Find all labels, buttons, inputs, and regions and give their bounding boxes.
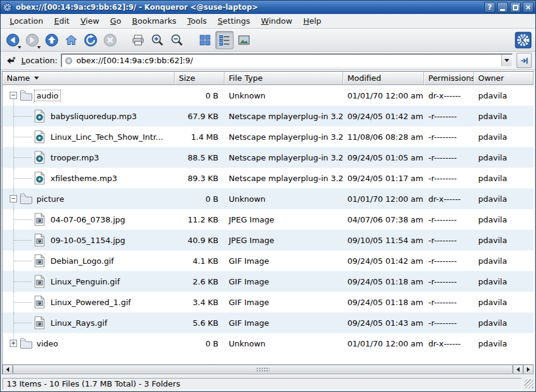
name-cell: +video: [2, 333, 175, 354]
tree-view-button[interactable]: [215, 31, 234, 49]
file-name[interactable]: Linux_Powered_1.gif: [49, 297, 133, 308]
clear-location-button[interactable]: [4, 54, 18, 67]
filetype-cell: GIF Image: [224, 250, 343, 271]
collapse-toggle[interactable]: −: [10, 195, 17, 202]
tree-branch-line: [13, 137, 32, 137]
reload-button[interactable]: [82, 31, 100, 49]
expand-toggle[interactable]: +: [10, 340, 17, 347]
menu-window[interactable]: Window: [256, 15, 298, 27]
minimize-button[interactable]: [497, 2, 508, 13]
file-name[interactable]: xfilestheme.mp3: [49, 173, 119, 184]
close-button[interactable]: ×: [523, 2, 534, 13]
scroll-right-button[interactable]: [523, 365, 534, 374]
collapse-toggle[interactable]: −: [10, 92, 17, 99]
file-row[interactable]: xfilestheme.mp389.3 KBNetscape mplayerpl…: [2, 168, 534, 188]
column-header-permissions[interactable]: Permissions: [424, 72, 474, 84]
file-name[interactable]: 04-07-06_0738.jpg: [49, 215, 127, 225]
menu-settings[interactable]: Settings: [212, 15, 256, 27]
file-name[interactable]: 09-10-05_1154.jpg: [49, 235, 127, 246]
scroll-left-button-2[interactable]: [513, 365, 523, 374]
column-header-name[interactable]: Name: [2, 72, 175, 84]
column-header-label: Owner: [478, 74, 504, 83]
scrollbar-thumb[interactable]: [13, 365, 513, 374]
size-cell: 40.9 KB: [175, 230, 224, 250]
column-header-label: Modified: [347, 74, 381, 83]
owner-cell: pdavila: [474, 230, 534, 250]
menu-view[interactable]: View: [75, 15, 105, 27]
help-button[interactable]: ?: [484, 2, 495, 13]
column-header-size[interactable]: Size: [175, 72, 224, 84]
home-button[interactable]: [62, 31, 80, 49]
menu-location[interactable]: Location: [4, 15, 49, 27]
zoom-in-button[interactable]: [148, 31, 167, 49]
owner-cell: pdavila: [474, 292, 534, 312]
filetype-cell: Netscape mplayerplug-in 3.25: [224, 106, 343, 126]
file-name[interactable]: audio: [35, 91, 60, 101]
size-cell: 0 B: [175, 333, 224, 354]
column-header-file-type[interactable]: File Type: [224, 72, 343, 84]
arrow-left-icon: [517, 367, 520, 372]
file-name[interactable]: picture: [35, 194, 66, 204]
file-row[interactable]: Linux_Linc_Tech_Show_Intr...1.4 MBNetsca…: [2, 126, 534, 147]
owner-cell: pdavila: [474, 188, 534, 209]
file-row[interactable]: 09-10-05_1154.jpg40.9 KBJPEG Image09/10/…: [2, 230, 534, 250]
folder-icon: [19, 88, 33, 103]
image-view-button[interactable]: [235, 31, 253, 49]
back-button[interactable]: [4, 31, 22, 49]
up-button[interactable]: [43, 31, 61, 49]
size-cell: 11.2 KB: [175, 209, 224, 230]
file-row[interactable]: −picture0 BUnknown01/01/70 12:00 amdr-x-…: [2, 188, 534, 209]
konqueror-logo-button[interactable]: [514, 31, 532, 49]
file-row[interactable]: Debian_Logo.gif4.1 KBGIF Image09/24/05 0…: [2, 250, 534, 271]
file-name[interactable]: video: [35, 339, 60, 349]
go-button[interactable]: [517, 53, 532, 68]
horizontal-scrollbar[interactable]: [2, 364, 534, 374]
size-cell: 89.3 KB: [175, 168, 224, 188]
print-button[interactable]: [129, 31, 147, 49]
file-name[interactable]: Debian_Logo.gif: [49, 256, 116, 266]
menu-bookmarks[interactable]: Bookmarks: [127, 15, 182, 27]
maximize-icon: [513, 5, 518, 10]
maximize-button[interactable]: [510, 2, 521, 13]
column-header-modified[interactable]: Modified: [343, 72, 424, 84]
file-row[interactable]: Linux_Penguin.gif2.6 KBGIF Image09/24/05…: [2, 271, 534, 292]
forward-button[interactable]: [23, 31, 41, 49]
file-name[interactable]: Linux_Penguin.gif: [49, 277, 122, 287]
titlebar[interactable]: obex://[00:14:9a:c9:bb:62]:9/ - Konquero…: [1, 1, 535, 14]
column-header-owner[interactable]: Owner: [474, 72, 534, 84]
column-header-label: Size: [179, 74, 195, 83]
arrow-up-icon: [44, 33, 59, 47]
resize-grip[interactable]: [524, 379, 534, 388]
owner-cell: pdavila: [474, 85, 534, 106]
scrollbar-track[interactable]: [13, 365, 513, 374]
file-row[interactable]: trooper.mp388.5 KBNetscape mplayerplug-i…: [2, 147, 534, 168]
file-row[interactable]: Linux_Powered_1.gif3.4 KBGIF Image09/24/…: [2, 292, 534, 312]
modified-cell: 09/24/05 01:42 am: [343, 106, 424, 126]
permissions-cell: -r--------: [424, 106, 474, 126]
file-name[interactable]: babysliquoredup.mp3: [49, 111, 139, 122]
menu-tools[interactable]: Tools: [182, 15, 212, 27]
stop-button[interactable]: [101, 31, 119, 49]
modified-cell: 04/07/06 07:38 am: [343, 209, 424, 230]
file-name[interactable]: Linux_Linc_Tech_Show_Intr...: [49, 132, 165, 142]
location-combobox[interactable]: obex://[00:14:9a:c9:bb:62]:9/: [61, 53, 513, 67]
file-row[interactable]: +video0 BUnknown01/01/70 12:00 amdr-x---…: [2, 333, 534, 354]
icon-view-button[interactable]: [196, 31, 214, 49]
file-row[interactable]: 04-07-06_0738.jpg11.2 KBJPEG Image04/07/…: [2, 209, 534, 230]
menubar: LocationEditViewGoBookmarksToolsSettings…: [1, 14, 535, 29]
scroll-left-button[interactable]: [2, 365, 13, 374]
file-row[interactable]: Linux_Rays.gif5.6 KBGIF Image09/24/05 01…: [2, 312, 534, 333]
file-row[interactable]: −audio0 BUnknown01/01/70 12:00 amdr-x---…: [2, 85, 534, 106]
menu-help[interactable]: Help: [298, 15, 327, 27]
menu-edit[interactable]: Edit: [49, 15, 75, 27]
file-name[interactable]: trooper.mp3: [49, 153, 101, 163]
obex-protocol-icon: [64, 57, 73, 65]
file-name[interactable]: Linux_Rays.gif: [49, 318, 109, 328]
location-value[interactable]: obex://[00:14:9a:c9:bb:62]:9/: [76, 56, 501, 65]
zoom-out-button[interactable]: [168, 31, 186, 49]
file-row[interactable]: babysliquoredup.mp367.9 KBNetscape mplay…: [2, 106, 534, 126]
location-dropdown-button[interactable]: [501, 55, 512, 66]
menu-go[interactable]: Go: [105, 15, 127, 27]
modified-cell: 09/24/05 01:05 am: [343, 147, 424, 168]
size-cell: 5.6 KB: [175, 312, 224, 333]
